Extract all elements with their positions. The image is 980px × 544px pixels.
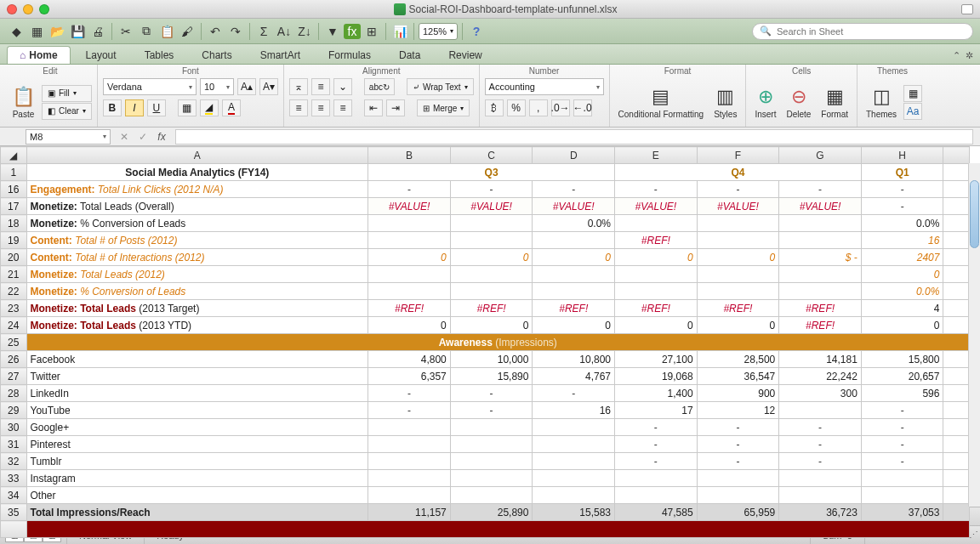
paste-icon[interactable]: 📋 <box>157 22 176 41</box>
cell[interactable]: Monetize: Total Leads (Overall) <box>26 198 368 215</box>
cell[interactable]: 300 <box>779 385 862 402</box>
row-header[interactable]: 27 <box>1 368 27 385</box>
theme-fonts-button[interactable]: Aa <box>903 103 922 120</box>
cell[interactable] <box>943 249 970 266</box>
help-icon[interactable]: ? <box>467 22 486 41</box>
row-header[interactable]: 18 <box>1 215 27 232</box>
row-header[interactable]: 26 <box>1 351 27 368</box>
cell[interactable]: Engagement: Total Link Clicks (2012 N/A) <box>26 181 368 198</box>
tab-tables[interactable]: Tables <box>132 46 187 64</box>
cell[interactable] <box>697 215 779 232</box>
cell[interactable]: 6,357 <box>368 368 451 385</box>
cut-icon[interactable]: ✂ <box>117 22 135 41</box>
undo-icon[interactable]: ↶ <box>206 22 225 41</box>
minimize-button[interactable] <box>23 4 33 14</box>
cell[interactable] <box>943 436 970 453</box>
chart-icon[interactable]: 📊 <box>390 22 409 41</box>
copy-icon[interactable]: ⧉ <box>137 22 156 41</box>
new-icon[interactable]: ▦ <box>27 22 46 41</box>
cell[interactable]: Total Impressions/Reach <box>26 504 368 521</box>
cell[interactable]: 0 <box>697 317 779 334</box>
cell[interactable]: 0 <box>368 249 451 266</box>
row-header[interactable]: 1 <box>1 164 27 181</box>
italic-button[interactable]: I <box>125 99 144 116</box>
row-header[interactable]: 17 <box>1 198 27 215</box>
cell[interactable]: - <box>615 436 698 453</box>
enter-formula-button[interactable]: ✓ <box>134 129 151 144</box>
cell[interactable] <box>943 470 970 487</box>
cell[interactable]: 1,400 <box>615 385 698 402</box>
cell[interactable]: - <box>697 453 779 470</box>
insert-cells-button[interactable]: ⊕Insert <box>751 84 779 121</box>
cell[interactable]: 36,723 <box>779 504 862 521</box>
cell[interactable]: 20,657 <box>861 368 943 385</box>
cell[interactable]: 12 <box>697 402 779 419</box>
cell[interactable] <box>533 453 615 470</box>
vertical-scrollbar[interactable] <box>968 163 980 507</box>
cell[interactable]: 0 <box>861 317 943 334</box>
cell[interactable]: 16 <box>533 402 615 419</box>
cell[interactable] <box>450 283 533 300</box>
cell[interactable] <box>368 232 451 249</box>
cell[interactable]: 0 <box>450 249 533 266</box>
cell[interactable]: #VALUE! <box>697 198 779 215</box>
paste-button[interactable]: 📋Paste <box>9 84 38 121</box>
col-header[interactable]: H <box>861 147 943 164</box>
row-header[interactable]: 16 <box>1 181 27 198</box>
cell[interactable]: Monetize: Total Leads (2012) <box>26 266 368 283</box>
name-box[interactable]: M8▾ <box>26 129 111 144</box>
tab-smartart[interactable]: SmartArt <box>248 46 313 64</box>
col-header[interactable]: B <box>368 147 451 164</box>
cell[interactable] <box>779 487 862 504</box>
cell[interactable] <box>697 487 779 504</box>
cell[interactable]: #REF! <box>615 232 698 249</box>
cell[interactable]: YouTube <box>26 402 368 419</box>
cell[interactable]: Social Media Analytics (FY14) <box>26 164 368 181</box>
cell[interactable] <box>697 232 779 249</box>
bold-button[interactable]: B <box>103 99 122 116</box>
cell[interactable]: 65,959 <box>697 504 779 521</box>
cell[interactable] <box>533 266 615 283</box>
cell[interactable] <box>615 215 698 232</box>
cell[interactable] <box>533 419 615 436</box>
cell[interactable]: #REF! <box>779 300 862 317</box>
tab-layout[interactable]: Layout <box>73 46 129 64</box>
cell[interactable]: Awareness (Impressions) <box>26 334 970 351</box>
accounting-button[interactable]: ₿ <box>485 99 504 116</box>
cell[interactable]: - <box>861 181 943 198</box>
cell[interactable]: 596 <box>861 385 943 402</box>
cell[interactable]: $ - <box>779 249 862 266</box>
clear-button[interactable]: ◧Clear▾ <box>42 103 92 120</box>
cell[interactable] <box>943 385 970 402</box>
col-header[interactable] <box>943 147 970 164</box>
cell[interactable]: 4,800 <box>368 351 451 368</box>
cell[interactable] <box>861 470 943 487</box>
cell[interactable] <box>943 368 970 385</box>
align-right-button[interactable]: ≡ <box>333 99 352 116</box>
cell[interactable] <box>368 470 451 487</box>
col-header[interactable]: E <box>615 147 698 164</box>
cell[interactable]: 0.0% <box>861 215 943 232</box>
cell[interactable]: 47,585 <box>615 504 698 521</box>
row-header[interactable]: 22 <box>1 283 27 300</box>
cell[interactable] <box>943 164 970 181</box>
fill-button[interactable]: ▣Fill▾ <box>42 85 92 102</box>
cell[interactable] <box>697 470 779 487</box>
column-headers[interactable]: ◢ A B C D E F G H <box>1 147 970 164</box>
row-header[interactable]: 33 <box>1 470 27 487</box>
cell[interactable]: 10,800 <box>533 351 615 368</box>
col-header[interactable]: A <box>26 147 368 164</box>
ribbon-options-icon[interactable]: ✲ <box>966 50 973 61</box>
cell[interactable] <box>943 402 970 419</box>
cell[interactable] <box>450 453 533 470</box>
col-header[interactable]: D <box>533 147 615 164</box>
sort-za-icon[interactable]: Z↓ <box>295 22 314 41</box>
cell[interactable]: #REF! <box>368 300 451 317</box>
cell[interactable] <box>533 470 615 487</box>
row-header[interactable]: 25 <box>1 334 27 351</box>
cell[interactable] <box>615 470 698 487</box>
delete-cells-button[interactable]: ⊖Delete <box>783 84 814 121</box>
align-bottom-button[interactable]: ⌄ <box>333 78 352 95</box>
cell[interactable]: #REF! <box>450 300 533 317</box>
cell[interactable]: 0 <box>697 249 779 266</box>
